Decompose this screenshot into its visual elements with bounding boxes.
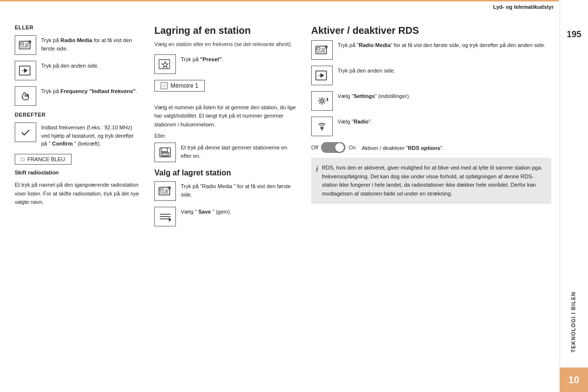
frequency-text: Tryk på Frequency "Indtast frekvens".	[41, 86, 137, 96]
france-label: FRANCE BLEU	[27, 156, 65, 162]
confirm-bold: Confirm	[52, 141, 73, 147]
save-disk-icon-box	[154, 143, 176, 162]
preset-star-icon-box	[154, 54, 176, 74]
row-radio-media: Tryk på Radio Media for at få vist den f…	[15, 35, 140, 55]
header-title: Lyd- og telematikudstyr	[493, 4, 554, 10]
toggle-instruction-text: Aktiver / deaktiver "RDS options".	[362, 143, 443, 152]
toggle-row: Off On Aktiver / deaktiver "RDS options"…	[311, 142, 551, 153]
lagring-body: Vælg et nummer på listen for at gemme de…	[154, 103, 296, 129]
info-icon: i	[316, 164, 318, 198]
valg-title: Valg af lagret station	[154, 168, 296, 177]
anden-side-text: Tryk på den anden side.	[41, 61, 99, 70]
save-icon-text: Et tryk på denne tast gemmer stationerne…	[181, 143, 296, 160]
frequency-bold: Frequency "Indtast frekvens"	[60, 88, 135, 94]
row-confirm: Indtast frekvensen (f.eks.: 92.10 MHz) v…	[15, 122, 140, 148]
rds-row3-text: Vælg "Settings" (indstillinger).	[338, 91, 410, 100]
rds-row2-text: Tryk på den anden side.	[338, 66, 395, 75]
vertical-label-area: TEKNOLOGI I BILEN	[560, 292, 588, 353]
france-bleu-box: □ FRANCE BLEU	[15, 154, 72, 165]
confirm-text: Indtast frekvensen (f.eks.: 92.10 MHz) v…	[41, 122, 140, 148]
shift-title: Skift radiostation	[15, 169, 140, 177]
radio-media-bold: Radio Media	[60, 37, 92, 43]
row-rds-3: Vælg "Settings" (indstillinger).	[311, 91, 551, 111]
radio-signal-icon	[315, 120, 329, 133]
star-preset-icon	[158, 57, 172, 71]
rds-radio-signal-icon-box	[311, 117, 333, 136]
rds-options-bold: RDS options	[408, 145, 441, 151]
valg-save-text: Vælg " Save " (gem).	[181, 207, 231, 216]
music-note-icon	[19, 38, 32, 52]
rds-title: Aktiver / deaktiver RDS	[311, 24, 551, 36]
page-number: 195	[566, 29, 581, 40]
svg-line-46	[324, 98, 325, 99]
arrow-right-icon	[19, 64, 32, 77]
chapter-badge: 10	[560, 368, 588, 392]
radio-media-icon-box	[15, 35, 36, 55]
svg-marker-36	[320, 73, 324, 77]
row-anden-side: Tryk på den anden side.	[15, 61, 140, 80]
svg-rect-48	[327, 98, 328, 101]
row-valg-save: Vælg " Save " (gem).	[154, 207, 296, 226]
rds-row1-text: Tryk på "Radio Media" for at få vist den…	[338, 40, 545, 49]
svg-line-47	[319, 103, 320, 104]
row-frequency: Tryk på Frequency "Indtast frekvens".	[15, 86, 140, 106]
svg-marker-8	[24, 68, 28, 73]
valg-music-icon	[158, 184, 172, 198]
svg-line-44	[319, 98, 320, 99]
main-content: ELLER Tryk på Radio Media for at få vist…	[10, 15, 556, 392]
eller-label: ELLER	[15, 24, 140, 30]
row-rds-1: Tryk på "Radio Media" for at få vist den…	[311, 40, 551, 60]
svg-rect-30	[317, 48, 320, 50]
rds-row1-bold: Radio Media	[359, 42, 391, 48]
shift-text: Et tryk på navnet på den igangværende ra…	[15, 181, 140, 207]
svg-line-11	[22, 96, 23, 97]
memoire-icon: □	[161, 82, 168, 89]
lagring-subtitle: Vælg en station eller en frekvens (se de…	[154, 40, 296, 49]
preset-bold: "Preset"	[200, 56, 221, 62]
rds-arrow-icon-box	[311, 66, 333, 85]
shift-heading: Skift radiostation	[15, 170, 59, 175]
middle-column: Lagring af en station Vælg en station el…	[147, 15, 304, 392]
valg-save-bold: Save	[198, 209, 211, 215]
valg-radio-icon-box	[154, 181, 176, 201]
rds-arrow-icon	[315, 69, 329, 82]
preset-instruction-text: Tryk på "Preset".	[181, 54, 223, 64]
checkmark-icon	[19, 125, 32, 139]
frequency-icon-box	[15, 86, 36, 106]
rds-radio-bold: Radio	[354, 119, 369, 124]
valg-radio-text: Tryk på "Radio Media " for at få vist de…	[181, 181, 296, 198]
svg-line-45	[324, 103, 325, 104]
vertical-text: TEKNOLOGI I BILEN	[570, 292, 577, 353]
rds-toggle[interactable]	[321, 142, 345, 153]
row-rds-2: Tryk på den anden side.	[311, 66, 551, 85]
rds-row4-text: Vælg "Radio".	[338, 117, 372, 126]
floppy-disk-icon	[158, 146, 172, 159]
derefter-label: DEREFTER	[15, 112, 140, 118]
svg-rect-1	[21, 43, 24, 45]
row-save-icon: Et tryk på denne tast gemmer stationerne…	[154, 143, 296, 162]
svg-marker-13	[162, 61, 168, 67]
memoire-box: □ Mémoire 1	[154, 80, 205, 92]
france-box-icon: □	[21, 156, 24, 162]
svg-rect-17	[163, 153, 168, 156]
svg-point-39	[321, 100, 322, 101]
row-preset: Tryk på "Preset".	[154, 54, 296, 74]
save-list-icon-box	[154, 207, 176, 226]
page-header: Lyd- og telematikudstyr	[493, 4, 554, 10]
rds-radio-icon-box	[311, 40, 333, 60]
list-save-icon	[158, 210, 172, 223]
checkmark-icon-box	[15, 122, 36, 142]
rds-settings-bold: Settings	[354, 93, 375, 99]
svg-marker-28	[169, 218, 172, 222]
row-rds-4: Vælg "Radio".	[311, 117, 551, 136]
right-column: Aktiver / deaktiver RDS Tryk på "Radio M…	[304, 15, 556, 392]
lagring-title: Lagring af en station	[154, 24, 296, 36]
toggle-off-label: Off	[311, 145, 318, 150]
rds-settings-icon-box	[311, 91, 333, 111]
info-text: RDS, hvis den er aktiveret, giver muligh…	[322, 164, 545, 198]
left-column: ELLER Tryk på Radio Media for at få vist…	[10, 15, 147, 392]
svg-rect-15	[161, 148, 167, 152]
toggle-on-label: On	[348, 145, 356, 150]
radio-media-text: Tryk på Radio Media for at få vist den f…	[41, 35, 140, 52]
svg-rect-19	[160, 189, 163, 192]
